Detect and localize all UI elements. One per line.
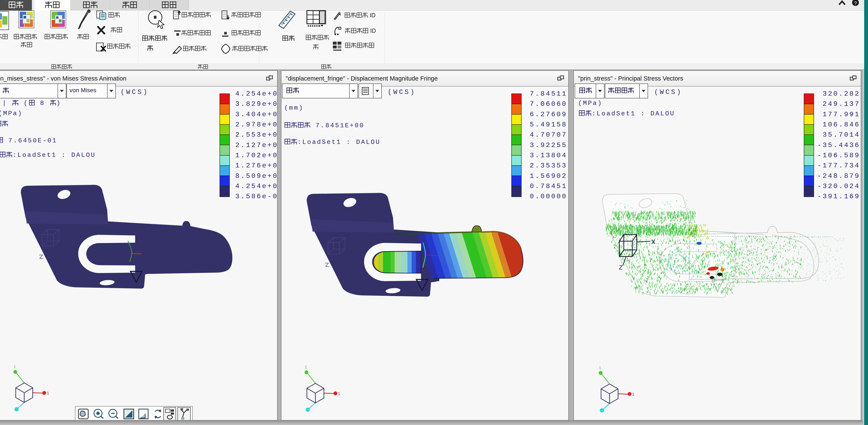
- svg-text:Z: Z: [619, 264, 622, 271]
- svg-text:X: X: [651, 238, 655, 245]
- svg-text:?: ?: [854, 0, 857, 6]
